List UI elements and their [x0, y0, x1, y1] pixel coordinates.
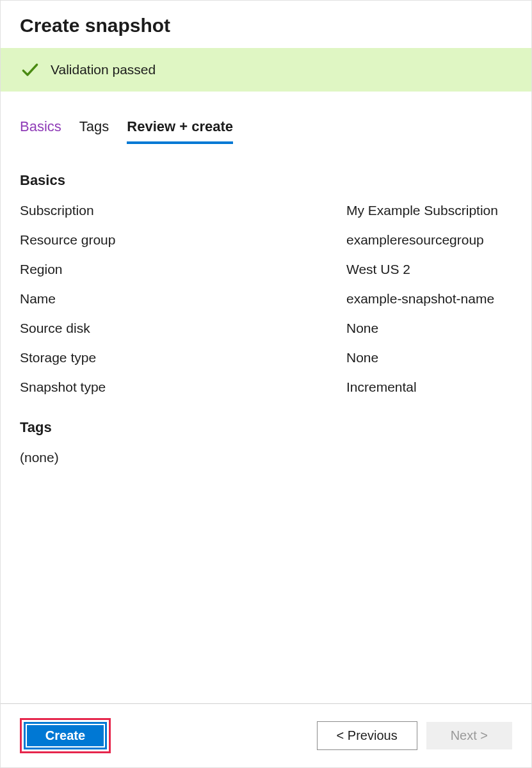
validation-message: Validation passed: [51, 62, 156, 77]
value-storage-type: None: [346, 350, 512, 365]
next-button: Next >: [426, 722, 512, 749]
value-source-disk: None: [346, 321, 512, 336]
value-region: West US 2: [346, 262, 512, 277]
tabs-container: Basics Tags Review + create: [1, 92, 531, 144]
label-snapshot-type: Snapshot type: [20, 380, 346, 395]
row-source-disk: Source disk None: [20, 321, 512, 336]
section-heading-basics: Basics: [20, 172, 512, 189]
row-storage-type: Storage type None: [20, 350, 512, 365]
label-name: Name: [20, 291, 346, 307]
page-title: Create snapshot: [20, 15, 512, 36]
label-subscription: Subscription: [20, 203, 346, 218]
tags-none-text: (none): [20, 450, 512, 465]
previous-button[interactable]: < Previous: [317, 721, 417, 750]
row-name: Name example-snapshot-name: [20, 291, 512, 307]
footer-bar: Create < Previous Next >: [1, 703, 531, 767]
section-heading-tags: Tags: [20, 419, 512, 436]
value-name: example-snapshot-name: [346, 291, 512, 307]
check-icon: [20, 60, 40, 80]
label-resource-group: Resource group: [20, 232, 346, 248]
row-region: Region West US 2: [20, 262, 512, 277]
value-resource-group: exampleresourcegroup: [346, 232, 512, 248]
create-button[interactable]: Create: [24, 722, 107, 749]
tab-basics[interactable]: Basics: [20, 118, 61, 144]
row-resource-group: Resource group exampleresourcegroup: [20, 232, 512, 248]
value-snapshot-type: Incremental: [346, 380, 512, 395]
row-subscription: Subscription My Example Subscription: [20, 203, 512, 218]
value-subscription: My Example Subscription: [346, 203, 512, 218]
label-source-disk: Source disk: [20, 321, 346, 336]
validation-banner: Validation passed: [1, 48, 531, 92]
row-snapshot-type: Snapshot type Incremental: [20, 380, 512, 395]
create-button-highlight: Create: [20, 718, 111, 753]
label-storage-type: Storage type: [20, 350, 346, 365]
tab-review-create[interactable]: Review + create: [127, 118, 233, 144]
tab-tags[interactable]: Tags: [79, 118, 109, 144]
label-region: Region: [20, 262, 346, 277]
